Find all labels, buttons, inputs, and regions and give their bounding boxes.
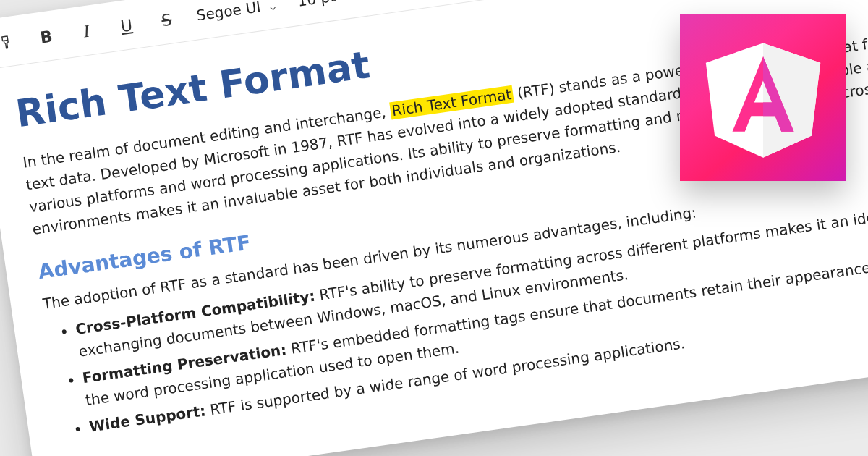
bold-button[interactable]: B xyxy=(35,23,58,51)
underline-button[interactable]: U xyxy=(115,12,138,39)
angular-logo-icon xyxy=(698,33,828,163)
font-color-button[interactable]: A xyxy=(371,0,404,3)
angular-badge xyxy=(680,14,846,181)
chevron-down-icon xyxy=(267,0,278,11)
format-painter-button[interactable] xyxy=(0,29,18,56)
font-size-value: 10 pt xyxy=(297,0,336,10)
strikethrough-button[interactable]: S xyxy=(155,7,178,34)
font-size-select[interactable]: 10 pt xyxy=(297,0,354,10)
paintbrush-icon xyxy=(0,33,15,51)
font-family-select[interactable]: Segoe UI xyxy=(195,0,278,24)
italic-button[interactable]: I xyxy=(75,17,98,45)
advantages-list: Cross-Platform Compatibility: RTF's abil… xyxy=(74,190,868,438)
font-family-value: Segoe UI xyxy=(195,0,262,24)
